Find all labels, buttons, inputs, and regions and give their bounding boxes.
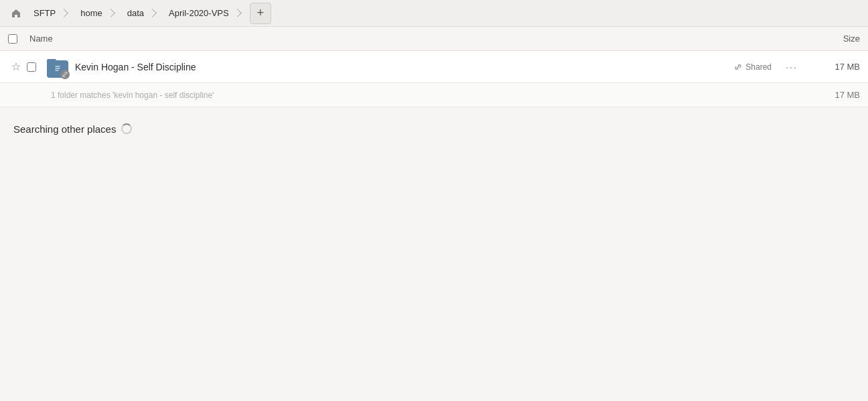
name-column-header: Name bbox=[29, 34, 806, 44]
file-size: 17 MB bbox=[806, 62, 860, 72]
shared-badge: Shared bbox=[733, 62, 772, 72]
folder-icon bbox=[46, 55, 70, 79]
row-select-input[interactable] bbox=[27, 62, 36, 72]
row-checkbox[interactable] bbox=[27, 62, 46, 72]
link-icon bbox=[733, 62, 743, 72]
breadcrumb-home[interactable]: home bbox=[74, 3, 121, 24]
link-badge-icon bbox=[60, 70, 70, 79]
breadcrumb-sftp[interactable]: SFTP bbox=[27, 3, 74, 24]
home-breadcrumb[interactable] bbox=[5, 3, 27, 24]
star-icon[interactable] bbox=[8, 62, 24, 72]
search-result-info: 1 folder matches 'kevin hogan - self dis… bbox=[0, 83, 868, 107]
more-options-button[interactable]: ··· bbox=[782, 58, 801, 76]
breadcrumb-bar: SFTP home data April-2020-VPS + bbox=[0, 0, 868, 27]
searching-other-places-section: Searching other places bbox=[0, 113, 868, 145]
size-column-header: Size bbox=[806, 34, 860, 44]
file-row-kevin-hogan[interactable]: Kevin Hogan - Self Discipline Shared ···… bbox=[0, 51, 868, 83]
select-all-input[interactable] bbox=[8, 34, 17, 44]
loading-spinner bbox=[121, 123, 132, 134]
select-all-checkbox[interactable] bbox=[8, 34, 29, 44]
file-name: Kevin Hogan - Self Discipline bbox=[75, 62, 733, 72]
search-result-size: 17 MB bbox=[835, 90, 860, 100]
column-headers: Name Size bbox=[0, 27, 868, 51]
searching-label: Searching other places bbox=[13, 123, 116, 135]
breadcrumb-data[interactable]: data bbox=[121, 3, 162, 24]
add-tab-button[interactable]: + bbox=[250, 3, 271, 24]
breadcrumb-current[interactable]: April-2020-VPS bbox=[162, 3, 247, 24]
search-result-text: 1 folder matches 'kevin hogan - self dis… bbox=[51, 91, 214, 100]
